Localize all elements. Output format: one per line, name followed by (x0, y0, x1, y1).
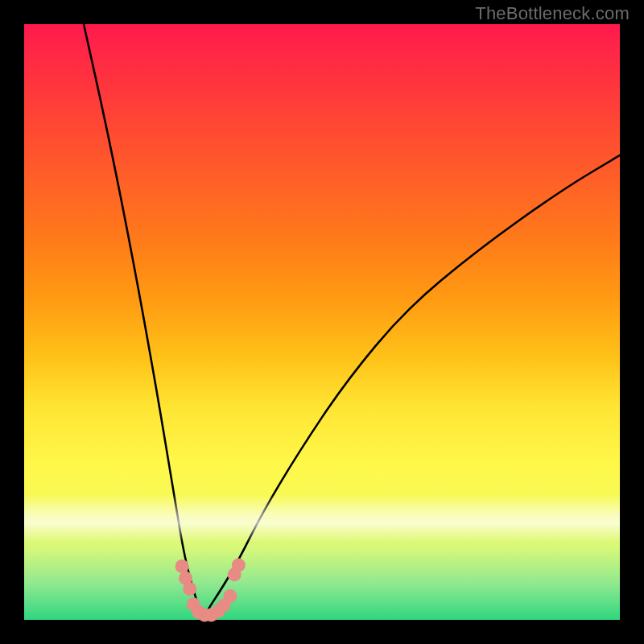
minimum-markers (175, 558, 246, 621)
min-marker (175, 559, 189, 573)
curve-svg (24, 24, 620, 620)
watermark-text: TheBottleneck.com (475, 3, 630, 24)
chart-stage: TheBottleneck.com (0, 0, 644, 644)
bottleneck-curve (84, 24, 620, 617)
min-marker (224, 589, 237, 603)
min-marker (183, 582, 196, 596)
min-marker (232, 558, 246, 572)
plot-area (24, 24, 620, 620)
